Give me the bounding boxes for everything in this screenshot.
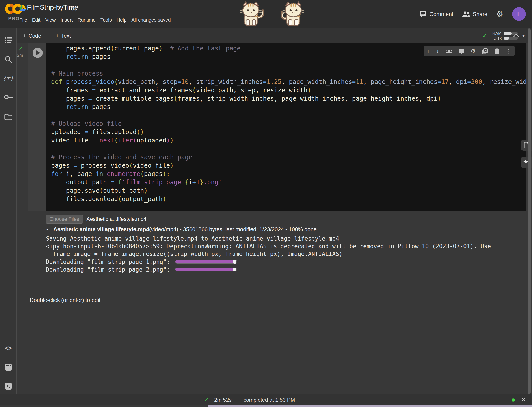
variables-icon[interactable]: {x} bbox=[0, 75, 16, 82]
download-progress-row: Downloading "film_strip_page_2.png": bbox=[46, 266, 528, 273]
cat-sticker-1 bbox=[237, 1, 265, 27]
colab-window: PRO FilmStrip-byTime ☆ File Edit View In… bbox=[0, 0, 532, 407]
connection-status-dot bbox=[511, 399, 515, 402]
run-cell-button[interactable] bbox=[33, 48, 43, 58]
code-line[interactable]: frames = extract_and_resize_frames(video… bbox=[51, 86, 526, 94]
menu-insert[interactable]: Insert bbox=[61, 17, 73, 23]
menu-edit[interactable]: Edit bbox=[32, 17, 40, 23]
code-line[interactable]: pages = create_multiple_pages(frames, st… bbox=[51, 94, 526, 103]
download-progress-list: Downloading "film_strip_page_1.png": Dow… bbox=[46, 258, 528, 273]
cell-run-rail bbox=[28, 43, 46, 211]
code-line[interactable] bbox=[51, 145, 526, 153]
delete-cell-trash-icon[interactable] bbox=[494, 46, 499, 56]
menu-view[interactable]: View bbox=[45, 17, 56, 23]
stream-line-resize-source: frame_image = frame_image.resize((strip_… bbox=[46, 250, 528, 258]
disk-label: Disk bbox=[491, 36, 502, 41]
resources-caret-icon: ▾ bbox=[522, 33, 524, 39]
code-editor[interactable]: pages.append(current_page) # Add the las… bbox=[46, 43, 526, 211]
download-progress-bar bbox=[175, 268, 237, 271]
cell-success-check-icon: ✓ bbox=[18, 45, 23, 53]
download-label: Downloading "film_strip_page_2.png": bbox=[46, 266, 174, 273]
code-line[interactable]: # Process the video and save each page bbox=[51, 153, 526, 161]
add-code-button[interactable]: + Code bbox=[23, 28, 41, 43]
bottom-edge-artifact bbox=[208, 405, 532, 407]
download-progress-row: Downloading "film_strip_page_1.png": bbox=[46, 258, 528, 266]
move-cell-up-icon[interactable]: ↑ bbox=[427, 46, 430, 56]
code-line[interactable]: def process_video(video_path, step=10, s… bbox=[51, 78, 526, 86]
header-actions: Comment Share ⚙ L bbox=[420, 0, 526, 28]
runtime-connected-check-icon: ✓ bbox=[482, 32, 487, 40]
ram-label: RAM bbox=[491, 31, 502, 36]
stream-line-saving: Saving Aesthetic anime village lifestyle… bbox=[46, 235, 528, 243]
comment-button[interactable]: Comment bbox=[420, 11, 453, 17]
code-line[interactable]: # Main process bbox=[51, 69, 526, 78]
terminal-icon[interactable] bbox=[0, 382, 16, 391]
download-label: Downloading "film_strip_page_1.png": bbox=[46, 258, 174, 265]
code-text[interactable]: pages.append(current_page) # Add the las… bbox=[51, 44, 526, 203]
code-line[interactable]: files.download(output_path) bbox=[51, 195, 526, 203]
code-line[interactable]: page.save(output_path) bbox=[51, 187, 526, 195]
notebook-title[interactable]: FilmStrip-byTime bbox=[27, 4, 78, 11]
secrets-key-icon[interactable] bbox=[0, 94, 16, 101]
cell-output: Choose Files Aesthetic a...lifestyle.mp4… bbox=[46, 215, 528, 273]
plus-icon: + bbox=[56, 32, 59, 39]
vertical-scrollbar[interactable] bbox=[528, 28, 531, 394]
cat-sticker-2 bbox=[279, 1, 307, 27]
settings-gear-icon[interactable]: ⚙ bbox=[496, 9, 503, 19]
chosen-file-summary: Aesthetic a...lifestyle.mp4 bbox=[86, 216, 146, 222]
header-bar: PRO FilmStrip-byTime ☆ File Edit View In… bbox=[0, 0, 532, 28]
menu-runtime[interactable]: Runtime bbox=[78, 17, 96, 23]
search-icon[interactable] bbox=[0, 56, 16, 64]
uploaded-file-detail: • Aesthetic anime village lifestyle.mp4(… bbox=[46, 226, 528, 233]
execution-elapsed-time: 2m 52s bbox=[214, 397, 232, 403]
play-icon bbox=[36, 50, 40, 55]
execution-completed-text: completed at 1:53 PM bbox=[244, 397, 295, 403]
copy-link-icon[interactable] bbox=[446, 46, 452, 56]
close-status-icon[interactable]: × bbox=[521, 396, 525, 403]
mirror-cell-icon[interactable] bbox=[482, 46, 488, 56]
menu-help[interactable]: Help bbox=[117, 17, 127, 23]
uploaded-file-name: Aesthetic anime village lifestyle.mp4 bbox=[53, 226, 149, 232]
status-bar: ✓ 2m 52s completed at 1:53 PM × bbox=[0, 394, 532, 405]
menu-file[interactable]: File bbox=[19, 17, 27, 23]
left-sidebar: {x} <> bbox=[0, 28, 16, 394]
code-line[interactable]: pages = process_video(video_file) bbox=[51, 161, 526, 170]
code-line[interactable]: uploaded = files.upload() bbox=[51, 128, 526, 136]
code-line[interactable] bbox=[51, 111, 526, 120]
cell-toolbar: ↑ ↓ ⚙ ⋮ bbox=[424, 46, 515, 56]
share-people-icon bbox=[462, 11, 470, 17]
code-line[interactable]: return pages bbox=[51, 103, 526, 111]
file-upload-widget: Choose Files Aesthetic a...lifestyle.mp4 bbox=[46, 215, 528, 224]
move-cell-down-icon[interactable]: ↓ bbox=[436, 46, 439, 56]
add-text-button[interactable]: + Text bbox=[56, 28, 71, 43]
menubar: File Edit View Insert Runtime Tools Help… bbox=[19, 17, 171, 23]
code-line[interactable] bbox=[51, 61, 526, 69]
add-comment-icon[interactable] bbox=[459, 46, 464, 56]
uploaded-file-meta: (video/mp4) - 35601866 bytes, last modif… bbox=[149, 226, 317, 232]
status-success-check-icon: ✓ bbox=[204, 396, 209, 403]
code-line[interactable]: # Upload video file bbox=[51, 120, 526, 128]
share-button[interactable]: Share bbox=[462, 11, 487, 17]
avatar[interactable]: L bbox=[512, 7, 526, 21]
star-icon[interactable]: ☆ bbox=[71, 4, 77, 12]
notebook-toolbar: + Code + Text ✓ RAM Disk ▾ bbox=[0, 28, 532, 43]
text-cell-placeholder[interactable]: Double-click (or enter) to edit bbox=[30, 297, 101, 303]
cell-settings-gear-icon[interactable]: ⚙ bbox=[471, 46, 476, 56]
menu-tools[interactable]: Tools bbox=[101, 17, 112, 23]
code-line[interactable]: output_path = f'film_strip_page_{i+1}.pn… bbox=[51, 178, 526, 187]
plus-icon: + bbox=[23, 32, 26, 39]
code-snippets-icon[interactable]: <> bbox=[0, 345, 16, 352]
more-actions-icon[interactable]: ⋮ bbox=[506, 46, 511, 56]
download-progress-bar bbox=[175, 260, 237, 264]
cell-exec-time-badge: 2m bbox=[17, 53, 23, 58]
choose-files-button[interactable]: Choose Files bbox=[46, 215, 83, 224]
comment-icon bbox=[420, 11, 427, 17]
command-palette-icon[interactable] bbox=[0, 363, 16, 372]
code-line[interactable]: video_file = next(iter(uploaded)) bbox=[51, 136, 526, 145]
stream-line-deprecation-warning: <ipython-input-6-f0b4ab084057>:59: Depre… bbox=[46, 243, 528, 250]
files-folder-icon[interactable] bbox=[0, 114, 16, 121]
drive-icon bbox=[19, 5, 26, 11]
table-of-contents-icon[interactable] bbox=[0, 37, 16, 45]
code-line[interactable]: for i, page in enumerate(pages): bbox=[51, 170, 526, 178]
all-changes-saved-link[interactable]: All changes saved bbox=[131, 17, 171, 23]
